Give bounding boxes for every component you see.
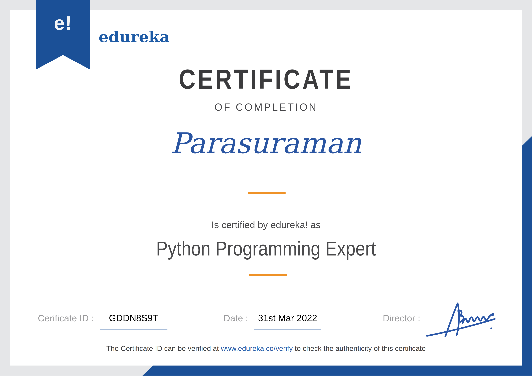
footer-note: The Certificate ID can be verified at ww… — [0, 344, 532, 353]
certified-by-line: Is certified by edureka! as — [0, 220, 532, 230]
edureka-wordmark: edureka — [99, 29, 170, 45]
footer-suffix: to check the authenticity of this certif… — [293, 344, 426, 352]
certificate-id-label: Cerificate ID : — [38, 313, 94, 323]
footer-prefix: The Certificate ID can be verified at — [106, 344, 221, 352]
orange-divider-bottom — [249, 274, 287, 276]
program-title: Python Programming Expert — [35, 238, 498, 259]
edureka-logo-mark: e! — [36, 13, 90, 33]
verify-link[interactable]: www.edureka.co/verify — [221, 344, 293, 352]
date-value: 31st Mar 2022 — [254, 313, 321, 330]
recipient-name: Parasuraman — [0, 126, 532, 160]
certificate-page: e! edureka CERTIFICATE OF COMPLETION Par… — [0, 0, 532, 392]
director-label: Director : — [383, 313, 420, 323]
certificate-id-value: GDDN8S9T — [100, 313, 167, 330]
orange-divider-top — [248, 192, 285, 194]
certificate-subtitle: OF COMPLETION — [0, 102, 532, 112]
certificate-title: CERTIFICATE — [43, 64, 489, 94]
director-signature — [420, 301, 500, 341]
date-label: Date : — [223, 313, 248, 323]
